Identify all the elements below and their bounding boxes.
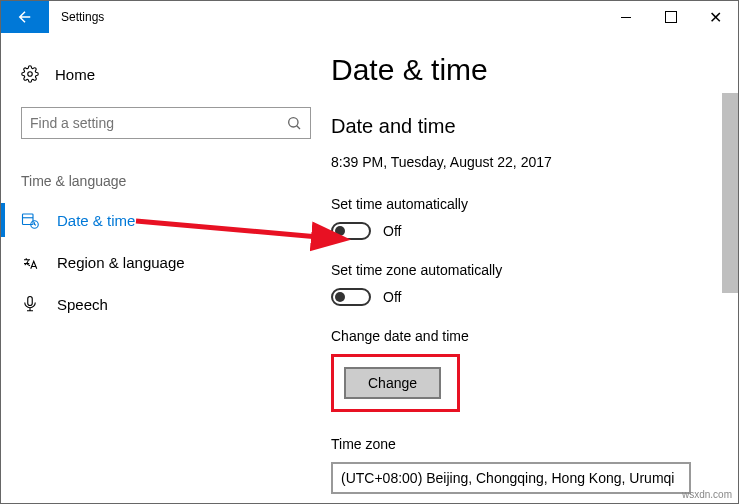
current-datetime: 8:39 PM, Tuesday, August 22, 2017 bbox=[331, 154, 728, 170]
category-label: Time & language bbox=[1, 155, 331, 199]
sidebar-item-date-time[interactable]: Date & time bbox=[1, 199, 331, 241]
set-time-auto-label: Set time automatically bbox=[331, 196, 728, 212]
timezone-value: (UTC+08:00) Beijing, Chongqing, Hong Kon… bbox=[341, 470, 674, 486]
gear-icon bbox=[21, 65, 39, 83]
search-icon bbox=[286, 115, 302, 131]
calendar-clock-icon bbox=[21, 211, 39, 229]
search-input[interactable] bbox=[30, 115, 286, 131]
home-link[interactable]: Home bbox=[1, 57, 331, 91]
sidebar-item-speech[interactable]: Speech bbox=[1, 283, 331, 325]
timezone-select[interactable]: (UTC+08:00) Beijing, Chongqing, Hong Kon… bbox=[331, 462, 691, 494]
window-title: Settings bbox=[49, 1, 603, 33]
main-content: Date & time Date and time 8:39 PM, Tuesd… bbox=[331, 33, 738, 503]
set-time-auto-toggle[interactable] bbox=[331, 222, 371, 240]
sidebar: Home Time & language Date & time Region … bbox=[1, 33, 331, 503]
maximize-button[interactable] bbox=[648, 1, 693, 33]
timezone-label: Time zone bbox=[331, 436, 728, 452]
page-heading: Date & time bbox=[331, 53, 728, 87]
minimize-button[interactable] bbox=[603, 1, 648, 33]
set-tz-auto-label: Set time zone automatically bbox=[331, 262, 728, 278]
home-label: Home bbox=[55, 66, 95, 83]
sidebar-item-region-language[interactable]: Region & language bbox=[1, 241, 331, 283]
sidebar-item-label: Region & language bbox=[57, 254, 185, 271]
svg-point-0 bbox=[28, 72, 33, 77]
language-icon bbox=[21, 253, 39, 271]
sidebar-item-label: Speech bbox=[57, 296, 108, 313]
watermark: wsxdn.com bbox=[682, 489, 732, 500]
scrollbar[interactable] bbox=[722, 93, 738, 293]
section-heading: Date and time bbox=[331, 115, 728, 138]
close-button[interactable]: ✕ bbox=[693, 1, 738, 33]
svg-point-1 bbox=[289, 118, 298, 127]
change-date-time-label: Change date and time bbox=[331, 328, 728, 344]
set-tz-auto-state: Off bbox=[383, 289, 401, 305]
titlebar: Settings ✕ bbox=[1, 1, 738, 33]
microphone-icon bbox=[21, 295, 39, 313]
change-button[interactable]: Change bbox=[344, 367, 441, 399]
svg-rect-4 bbox=[28, 297, 33, 306]
set-tz-auto-toggle[interactable] bbox=[331, 288, 371, 306]
set-time-auto-state: Off bbox=[383, 223, 401, 239]
window-controls: ✕ bbox=[603, 1, 738, 33]
back-button[interactable] bbox=[1, 1, 49, 33]
search-box[interactable] bbox=[21, 107, 311, 139]
annotation-highlight-box: Change bbox=[331, 354, 460, 412]
sidebar-item-label: Date & time bbox=[57, 212, 135, 229]
arrow-left-icon bbox=[16, 8, 34, 26]
